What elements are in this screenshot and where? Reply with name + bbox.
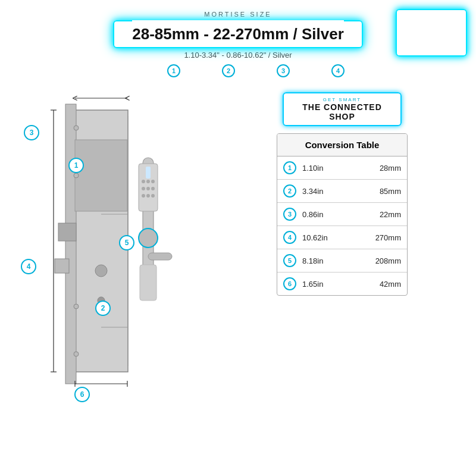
svg-rect-1 <box>65 104 76 384</box>
svg-rect-34 <box>148 253 172 260</box>
svg-rect-2 <box>75 140 127 211</box>
svg-point-7 <box>74 126 79 130</box>
svg-rect-35 <box>140 265 156 300</box>
table-row: 61.65in42mm <box>277 273 407 295</box>
row-mm: 42mm <box>371 280 401 289</box>
row-mm: 208mm <box>371 256 401 265</box>
neon-box: 28-85mm - 22-270mm / Silver <box>113 20 363 48</box>
svg-rect-3 <box>58 223 76 241</box>
main-content: 3 1 5 4 2 6 GET SMART THE CONNECTED SHOP… <box>0 80 476 425</box>
diagram-circle-6: 6 <box>74 387 90 402</box>
main-size: 28-85mm - 22-270mm / Silver <box>132 25 344 43</box>
row-inches: 8.18in <box>302 256 365 265</box>
svg-point-10 <box>74 304 79 309</box>
diagram-circle-1: 1 <box>68 158 84 173</box>
sub-size: 1.10-3.34" - 0.86-10.62" / Silver <box>12 51 464 60</box>
svg-point-24 <box>142 180 145 183</box>
table-row: 30.86in22mm <box>277 203 407 226</box>
row-circle: 4 <box>283 231 296 244</box>
get-smart-label: GET SMART <box>293 97 391 102</box>
row-mm: 85mm <box>371 187 401 196</box>
svg-point-32 <box>151 194 155 198</box>
ruler-num-1: 1 <box>167 64 180 77</box>
table-row: 58.18in208mm <box>277 249 407 273</box>
row-mm: 28mm <box>371 164 401 173</box>
svg-point-29 <box>151 187 155 190</box>
row-circle: 6 <box>283 277 296 290</box>
ruler-num-2: 2 <box>222 64 235 77</box>
ruler-row: 1 2 3 4 <box>12 64 464 77</box>
svg-point-30 <box>142 194 145 198</box>
brand-name: THE CONNECTED SHOP <box>293 102 391 121</box>
svg-point-28 <box>146 187 150 190</box>
table-row: 11.10in28mm <box>277 156 407 180</box>
brand-box: GET SMART THE CONNECTED SHOP <box>283 92 402 126</box>
svg-rect-33 <box>146 167 151 178</box>
diagram-circle-4: 4 <box>21 259 36 274</box>
conversion-table: Conversion Table 11.10in28mm23.34in85mm3… <box>277 133 408 296</box>
svg-point-27 <box>142 187 145 190</box>
svg-point-26 <box>151 180 155 183</box>
svg-point-23 <box>139 228 158 248</box>
right-panel: GET SMART THE CONNECTED SHOP Conversion … <box>220 86 464 419</box>
lock-diagram: 3 1 5 4 2 6 <box>18 86 214 419</box>
row-circle: 5 <box>283 254 296 267</box>
table-header: Conversion Table <box>277 134 407 156</box>
row-inches: 1.10in <box>302 164 365 173</box>
diagram-circle-2: 2 <box>95 300 111 316</box>
table-row: 23.34in85mm <box>277 180 407 203</box>
row-circle: 1 <box>283 161 296 174</box>
table-row: 410.62in270mm <box>277 226 407 249</box>
row-inches: 1.65in <box>302 280 365 289</box>
ruler-num-3: 3 <box>277 64 290 77</box>
table-body: 11.10in28mm23.34in85mm30.86in22mm410.62i… <box>277 156 407 295</box>
svg-rect-4 <box>55 259 69 273</box>
mortise-label: MORTISE SIZE <box>12 11 464 18</box>
diagram-circle-3: 3 <box>24 125 39 140</box>
svg-point-5 <box>95 265 107 277</box>
handle-svg <box>128 152 176 330</box>
row-circle: 2 <box>283 184 296 198</box>
row-mm: 22mm <box>371 210 401 219</box>
row-inches: 3.34in <box>302 187 365 196</box>
svg-point-9 <box>74 173 79 178</box>
header-section: MORTISE SIZE 28-85mm - 22-270mm / Silver… <box>0 0 476 80</box>
row-mm: 270mm <box>371 233 401 242</box>
ruler-num-4: 4 <box>331 64 345 77</box>
diagram-circle-5: 5 <box>119 235 134 250</box>
row-circle: 3 <box>283 208 296 221</box>
row-inches: 10.62in <box>302 233 365 242</box>
svg-point-25 <box>146 180 150 183</box>
svg-point-31 <box>146 194 150 198</box>
svg-point-8 <box>74 352 79 356</box>
row-inches: 0.86in <box>302 210 365 219</box>
